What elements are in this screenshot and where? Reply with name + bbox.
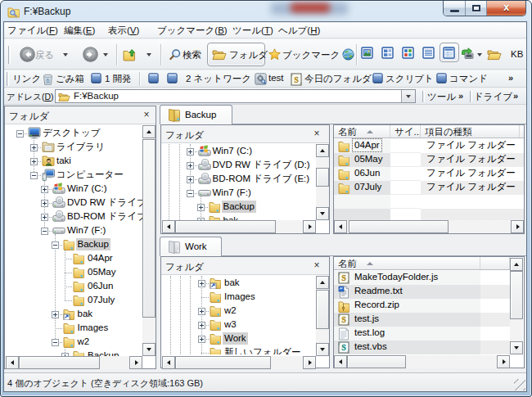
close-button[interactable]: x — [487, 1, 525, 16]
expand-toggle[interactable] — [41, 200, 48, 207]
left-tree-vertical-scrollbar-thumb[interactable] — [142, 139, 156, 318]
work-tree-vertical-scrollbar-down-button[interactable] — [316, 343, 329, 356]
file-item-test.js[interactable]: test.js — [353, 313, 381, 325]
tree-item-BD-ROM ドライブ (E:)[interactable]: BD-ROM ドライブ (E:) — [211, 173, 312, 185]
file-item-Readme.txt[interactable]: Readme.txt — [353, 285, 404, 297]
column-header-項目の種類[interactable]: 項目の種類 — [421, 125, 520, 138]
expand-toggle[interactable] — [30, 144, 38, 151]
menu-item-5[interactable]: ツール(T) — [231, 25, 275, 38]
file-item-Record.zip[interactable]: Record.zip — [353, 299, 401, 311]
tree-item-taki[interactable]: taki — [55, 155, 73, 167]
column-header-名前[interactable]: 名前 — [334, 125, 390, 138]
tree-item-bak[interactable]: bak — [223, 277, 241, 289]
address-combo[interactable]: F:¥Backup — [55, 89, 416, 103]
work-list-vertical-scrollbar-down-button[interactable] — [510, 341, 523, 354]
backup-tree-vertical-scrollbar-down-button[interactable] — [316, 207, 329, 220]
column-header-名前[interactable]: 名前 — [334, 257, 480, 269]
up-dropdown[interactable] — [147, 53, 151, 56]
tree-item-w2[interactable]: w2 — [223, 305, 238, 317]
work-list-horizontal-scrollbar-left-button[interactable] — [334, 355, 347, 368]
collapse-toggle[interactable] — [52, 339, 59, 346]
collapse-toggle[interactable] — [30, 172, 38, 179]
tree-item-07July[interactable]: 07July — [86, 294, 116, 306]
tree-item-DVD RW ドライブ (D:)[interactable]: DVD RW ドライブ (D:) — [65, 196, 142, 209]
menu-item-4[interactable]: ブックマーク(B) — [156, 25, 229, 38]
tree-item-bak[interactable]: bak — [76, 308, 95, 320]
panel-close-button[interactable]: × — [311, 128, 322, 139]
tree-item-Backup[interactable]: Backup — [76, 238, 110, 250]
work-tree-vertical-scrollbar-up-button[interactable] — [316, 276, 329, 289]
tree-item-DVD RW ドライブ (D:)[interactable]: DVD RW ドライブ (D:) — [211, 159, 312, 171]
expand-toggle[interactable] — [198, 280, 205, 287]
back-dropdown[interactable] — [63, 53, 68, 56]
tree-item-Backup[interactable]: Backup — [86, 350, 120, 356]
expand-toggle[interactable] — [41, 186, 48, 193]
tree-item-BD-ROM ドライブ (E:)[interactable]: BD-ROM ドライブ (E:) — [65, 210, 142, 223]
tree-item-Win7 (C:)[interactable]: Win7 (C:) — [211, 145, 255, 157]
menu-item-3[interactable]: 表示(V) — [106, 25, 141, 38]
collapse-toggle[interactable] — [41, 228, 48, 235]
tree-item-Win7 (F:)[interactable]: Win7 (F:) — [65, 224, 107, 237]
resize-grip[interactable] — [514, 379, 525, 390]
minimize-button[interactable] — [444, 1, 466, 16]
expand-toggle[interactable] — [41, 214, 48, 221]
tab-backup[interactable]: Backup — [160, 105, 232, 124]
backup-tree-horizontal-scrollbar-right-button[interactable] — [303, 220, 316, 233]
tree-item-w2[interactable]: w2 — [76, 336, 92, 348]
back-button[interactable]: 戻る — [35, 49, 54, 61]
forward-dropdown[interactable] — [103, 53, 108, 56]
file-item-07July[interactable]: 07July — [353, 181, 383, 193]
file-item-test.log[interactable]: test.log — [353, 327, 386, 339]
tree-item-bak[interactable]: bak — [222, 214, 241, 220]
expand-toggle[interactable] — [197, 204, 205, 211]
work-tree-horizontal-scrollbar-thumb[interactable] — [175, 356, 271, 369]
link-item-8[interactable]: コマンド — [449, 73, 488, 85]
backup-tree-vertical-scrollbar-up-button[interactable] — [316, 144, 329, 157]
left-tree-vertical-scrollbar-down-button[interactable] — [142, 343, 156, 356]
extract-dropdown[interactable] — [477, 53, 482, 56]
column-header-blank[interactable] — [480, 257, 510, 269]
file-item-test.vbs[interactable]: test.vbs — [353, 341, 389, 353]
folder-toggle-label[interactable]: フォルダ — [229, 49, 268, 61]
title-bar[interactable]: F:¥Backup x — [1, 1, 531, 24]
work-list-vertical-scrollbar-thumb[interactable] — [510, 271, 523, 319]
toolbar-gripper[interactable] — [8, 46, 11, 64]
tree-item-Work[interactable]: Work — [223, 332, 248, 345]
tree-item-Backup[interactable]: Backup — [222, 201, 256, 213]
collapse-toggle[interactable] — [16, 130, 24, 138]
expand-toggle[interactable] — [198, 336, 205, 343]
expand-toggle[interactable] — [187, 176, 194, 183]
expand-toggle[interactable] — [198, 308, 205, 315]
link-item-1[interactable]: ごみ箱 — [56, 73, 84, 85]
file-item-04Apr[interactable]: 04Apr — [353, 139, 381, 151]
panel-close-button[interactable]: × — [311, 259, 322, 271]
tree-item-04Apr[interactable]: 04Apr — [86, 252, 115, 264]
collapse-toggle[interactable] — [52, 241, 59, 249]
tree-item-Images[interactable]: Images — [76, 322, 110, 334]
drive-chevron[interactable]: » — [513, 91, 517, 101]
tree-item-05May[interactable]: 05May — [86, 266, 118, 278]
menu-item-6[interactable]: ヘルプ(H) — [277, 25, 322, 38]
tree-item-コンピューター[interactable]: コンピューター — [55, 169, 125, 181]
column-header-サイ...[interactable]: サイ... — [390, 125, 421, 138]
file-item-05May[interactable]: 05May — [353, 153, 385, 165]
file-item-06Jun[interactable]: 06Jun — [353, 167, 381, 179]
expand-toggle[interactable] — [187, 162, 194, 169]
bookmark-button[interactable]: ブックマーク — [282, 49, 340, 61]
left-tree-horizontal-scrollbar-thumb[interactable] — [19, 356, 100, 369]
tree-item-新しいフォルダー[interactable]: 新しいフォルダー — [223, 346, 303, 354]
left-tree-horizontal-scrollbar-right-button[interactable] — [129, 356, 142, 369]
link-item-5[interactable]: test — [268, 73, 284, 83]
file-item-MakeTodayFolder.js[interactable]: MakeTodayFolder.js — [353, 271, 440, 283]
tree-item-Win7 (C:)[interactable]: Win7 (C:) — [65, 183, 109, 195]
backup-list-horizontal-scrollbar-right-button[interactable] — [511, 220, 524, 233]
expand-toggle[interactable] — [52, 311, 59, 318]
link-item-2[interactable]: 1 開発 — [105, 73, 132, 85]
backup-tree-horizontal-scrollbar-left-button[interactable] — [162, 220, 175, 233]
search-button[interactable]: 検索 — [183, 49, 201, 61]
work-tree-vertical-scrollbar-thumb[interactable] — [316, 290, 329, 329]
expand-toggle[interactable] — [30, 158, 38, 165]
backup-tree-vertical-scrollbar-thumb[interactable] — [316, 168, 329, 187]
tree-item-06Jun[interactable]: 06Jun — [86, 280, 115, 292]
linkbar-gripper[interactable] — [7, 72, 9, 86]
